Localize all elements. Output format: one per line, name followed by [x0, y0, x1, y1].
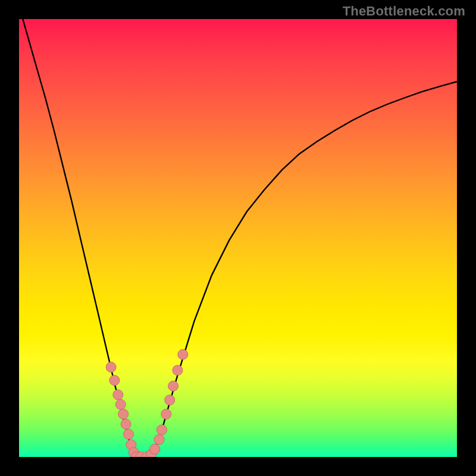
data-point: [168, 381, 178, 391]
data-point: [165, 395, 175, 405]
data-point: [156, 425, 167, 435]
bottleneck-curve: [19, 19, 457, 457]
data-point: [109, 375, 120, 386]
data-point: [118, 409, 129, 419]
marker-group: [106, 349, 188, 457]
data-point: [154, 434, 164, 444]
data-point: [150, 444, 160, 454]
watermark-text: TheBottleneck.com: [343, 4, 465, 19]
data-point: [106, 362, 116, 372]
chart-frame: TheBottleneck.com: [0, 0, 476, 476]
data-point: [124, 429, 134, 439]
plot-area: [19, 19, 457, 457]
data-point: [161, 409, 171, 419]
data-point: [178, 349, 188, 359]
data-point: [173, 365, 183, 375]
data-point: [115, 399, 126, 409]
data-point: [113, 390, 123, 400]
data-point: [121, 419, 131, 429]
chart-svg: [19, 19, 457, 457]
